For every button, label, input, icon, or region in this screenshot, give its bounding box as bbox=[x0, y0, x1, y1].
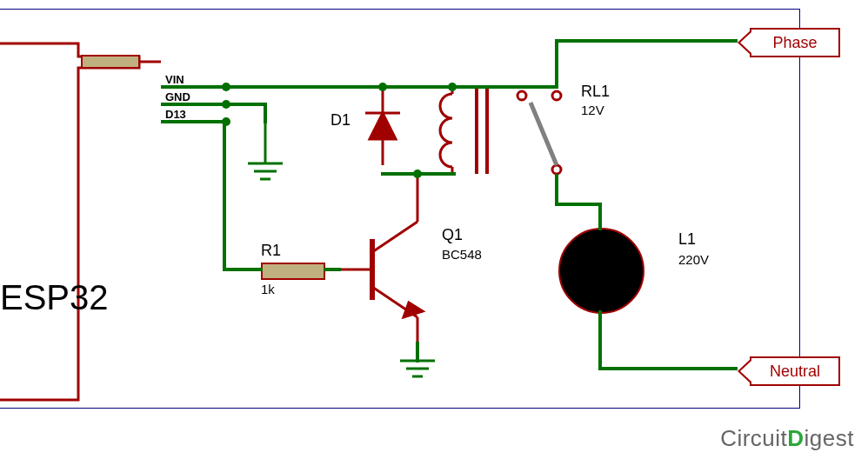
junction bbox=[222, 100, 230, 109]
pin-label-vin: VIN bbox=[165, 73, 184, 86]
wire bbox=[555, 39, 558, 89]
value-l1: 220V bbox=[678, 252, 709, 267]
designator-d1: D1 bbox=[331, 111, 351, 130]
wire bbox=[555, 203, 602, 206]
wire bbox=[598, 310, 602, 370]
designator-rl1: RL1 bbox=[581, 83, 610, 101]
wire bbox=[555, 174, 558, 206]
wire bbox=[324, 268, 341, 271]
wire bbox=[555, 39, 738, 43]
esp-header-component bbox=[81, 55, 140, 69]
wire bbox=[598, 367, 738, 370]
pin-label-d13: D13 bbox=[165, 108, 186, 121]
junction bbox=[413, 170, 422, 178]
wire bbox=[264, 103, 267, 123]
wire bbox=[223, 120, 226, 271]
designator-q1: Q1 bbox=[442, 226, 463, 244]
wire bbox=[598, 203, 602, 230]
value-r1: 1k bbox=[261, 282, 275, 296]
terminal-phase: Phase bbox=[750, 28, 840, 57]
terminal-neutral-label: Neutral bbox=[770, 363, 820, 381]
schematic-frame bbox=[0, 9, 800, 409]
value-rl1: 12V bbox=[581, 103, 604, 117]
wire bbox=[161, 85, 558, 89]
lamp-l1 bbox=[558, 228, 644, 314]
wire bbox=[416, 342, 419, 363]
junction bbox=[222, 83, 230, 91]
terminal-phase-label: Phase bbox=[772, 34, 817, 52]
watermark: CircuitDigest bbox=[720, 425, 854, 452]
module-name: ESP32 bbox=[0, 278, 109, 317]
watermark-part2: D bbox=[787, 425, 804, 451]
resistor-r1 bbox=[261, 263, 325, 280]
pin-label-gnd: GND bbox=[165, 90, 190, 103]
junction bbox=[222, 117, 230, 126]
junction bbox=[378, 83, 387, 91]
value-q1: BC548 bbox=[442, 247, 482, 262]
designator-r1: R1 bbox=[261, 242, 281, 260]
junction bbox=[448, 83, 457, 91]
wire bbox=[223, 268, 263, 271]
designator-l1: L1 bbox=[678, 230, 696, 249]
watermark-part1: Circuit bbox=[720, 425, 787, 451]
terminal-neutral: Neutral bbox=[750, 356, 840, 386]
watermark-part3: igest bbox=[805, 425, 854, 451]
